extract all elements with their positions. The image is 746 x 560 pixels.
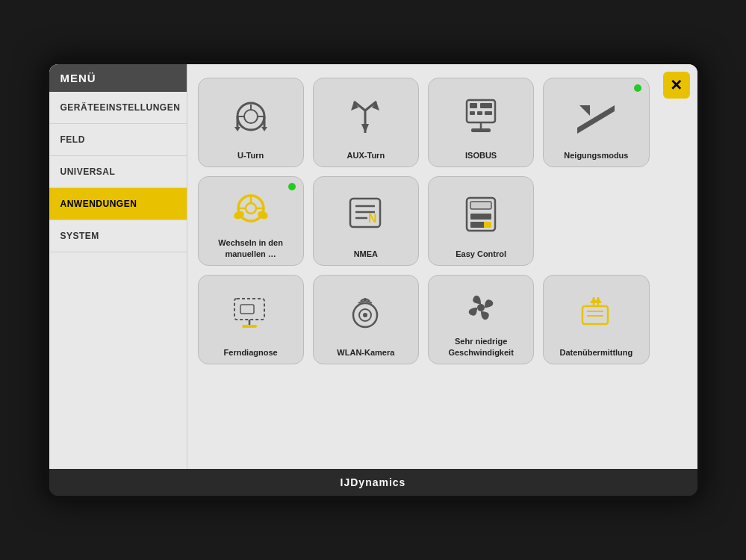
niedrige-geschwindigkeit-label: Sehr niedrige Geschwindigkeit [435, 336, 527, 358]
grid-item-aux-turn[interactable]: AUX-Turn [313, 78, 419, 167]
grid-item-ferndiagnose[interactable]: Ferndiagnose [198, 275, 304, 364]
grid-item-wlan-kamera[interactable]: WLAN-Kamera [313, 275, 419, 364]
brand-logo: IJDynamics [341, 476, 406, 488]
main-content: ✕ [187, 64, 697, 469]
svg-point-51 [363, 313, 367, 317]
screen-content: MENÜ GERÄTEEINSTELLUNGEN FELD UNIVERSAL … [49, 64, 697, 469]
nmea-label: NMEA [354, 249, 378, 259]
screen-footer: IJDynamics [49, 469, 697, 496]
datenuebermittlung-icon [550, 284, 642, 343]
svg-point-53 [477, 304, 485, 311]
isobus-label: ISOBUS [465, 150, 497, 161]
ferndiagnose-label: Ferndiagnose [224, 347, 278, 358]
svg-rect-38 [470, 202, 491, 209]
easy-control-icon [435, 186, 527, 244]
svg-rect-17 [480, 103, 492, 108]
aux-turn-icon [320, 87, 412, 146]
svg-text:N: N [368, 212, 377, 225]
screen-bezel: MENÜ GERÄTEEINSTELLUNGEN FELD UNIVERSAL … [45, 60, 702, 500]
u-turn-label: U-Turn [237, 150, 264, 161]
datenuebermittlung-label: Datenübermittlung [559, 347, 632, 358]
svg-marker-24 [579, 105, 590, 116]
svg-rect-20 [485, 111, 492, 115]
app-grid: U-Turn AUX-Turn [198, 78, 687, 364]
grid-item-niedrige-geschwindigkeit[interactable]: Sehr niedrige Geschwindigkeit [428, 275, 534, 364]
svg-rect-39 [470, 214, 478, 220]
svg-marker-23 [577, 105, 615, 134]
neigungsmodus-icon [550, 87, 642, 146]
grid-item-isobus[interactable]: ISOBUS [428, 78, 534, 167]
svg-rect-42 [470, 222, 478, 228]
svg-point-26 [246, 203, 256, 214]
sidebar-item-universal[interactable]: UNIVERSAL [49, 156, 187, 188]
svg-rect-43 [477, 222, 485, 228]
sidebar: MENÜ GERÄTEEINSTELLUNGEN FELD UNIVERSAL … [49, 64, 187, 469]
sidebar-item-system[interactable]: SYSTEM [49, 220, 187, 252]
neigungsmodus-label: Neigungsmodus [564, 150, 628, 161]
sidebar-item-anwendungen[interactable]: ANWENDUNGEN [49, 188, 187, 220]
grid-item-u-turn[interactable]: U-Turn [198, 78, 304, 167]
close-button[interactable]: ✕ [663, 72, 690, 99]
svg-marker-7 [234, 127, 240, 131]
sidebar-header: MENÜ [49, 64, 187, 92]
easy-control-label: Easy Control [456, 249, 506, 259]
wechseln-status-dot [288, 183, 296, 190]
svg-rect-18 [470, 111, 475, 115]
svg-rect-48 [240, 305, 254, 314]
ferndiagnose-icon [205, 284, 297, 343]
grid-item-wechseln[interactable]: Wechseln in den manuellen … [198, 176, 304, 266]
wechseln-icon [205, 186, 297, 233]
grid-item-neigungsmodus[interactable]: Neigungsmodus [543, 78, 649, 167]
svg-marker-8 [261, 127, 267, 131]
svg-rect-16 [470, 103, 477, 108]
svg-point-3 [244, 110, 258, 123]
svg-rect-44 [484, 222, 491, 228]
svg-point-52 [364, 298, 367, 301]
nmea-icon: N [320, 186, 412, 244]
svg-rect-40 [477, 214, 485, 220]
sidebar-item-feld[interactable]: FELD [49, 124, 187, 156]
neigungsmodus-status-dot [634, 84, 641, 92]
aux-turn-label: AUX-Turn [347, 150, 385, 161]
grid-item-nmea[interactable]: N NMEA [313, 176, 419, 266]
niedrige-geschwindigkeit-icon [435, 284, 527, 332]
wlan-kamera-label: WLAN-Kamera [337, 347, 394, 358]
svg-rect-45 [234, 299, 264, 320]
svg-rect-19 [477, 111, 482, 115]
wechseln-label: Wechseln in den manuellen … [205, 237, 297, 259]
svg-rect-47 [242, 325, 257, 328]
sidebar-item-geraeteeinstellungen[interactable]: GERÄTEEINSTELLUNGEN [49, 92, 187, 124]
grid-item-easy-control[interactable]: Easy Control [428, 176, 534, 266]
svg-rect-22 [471, 128, 491, 132]
u-turn-icon [205, 87, 297, 146]
svg-rect-41 [484, 214, 491, 220]
svg-marker-12 [361, 124, 369, 133]
wlan-kamera-icon [320, 284, 412, 343]
grid-item-datenuebermittlung[interactable]: Datenübermittlung [543, 275, 649, 364]
isobus-icon [435, 87, 527, 146]
